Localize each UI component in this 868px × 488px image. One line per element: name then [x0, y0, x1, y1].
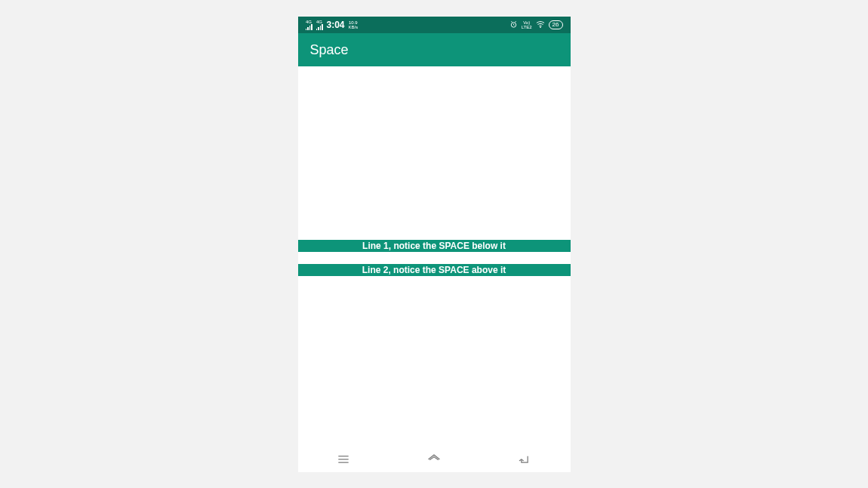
- line-2: Line 2, notice the SPACE above it: [298, 264, 571, 276]
- content-area: Line 1, notice the SPACE below it Line 2…: [298, 66, 571, 447]
- navigation-bar: [298, 447, 571, 472]
- svg-point-1: [540, 27, 540, 28]
- app-title: Space: [310, 42, 349, 58]
- signal-1: 4G: [306, 20, 312, 30]
- recent-apps-button[interactable]: [335, 451, 352, 468]
- battery-level: 26: [553, 21, 559, 28]
- signal-bars-icon: [306, 24, 312, 30]
- data-rate: 10.9 KB/s: [349, 20, 359, 29]
- lte-bottom: LTE2: [522, 25, 532, 29]
- signal-bars-icon: [316, 24, 323, 30]
- phone-frame: 4G 4G 3:04 10.9 KB/s Vo): [298, 17, 571, 472]
- space-between: [298, 252, 571, 264]
- status-right: Vo) LTE2 26: [509, 20, 563, 30]
- status-time: 3:04: [327, 20, 345, 30]
- line-1: Line 1, notice the SPACE below it: [298, 240, 571, 252]
- status-left: 4G 4G 3:04 10.9 KB/s: [306, 20, 359, 30]
- lte-label: Vo) LTE2: [522, 20, 532, 29]
- status-bar: 4G 4G 3:04 10.9 KB/s Vo): [298, 17, 571, 33]
- alarm-icon: [509, 20, 518, 30]
- screen: 4G 4G 3:04 10.9 KB/s Vo): [298, 17, 571, 447]
- signal-2: 4G: [316, 20, 323, 30]
- home-button[interactable]: [426, 451, 442, 468]
- wifi-icon: [536, 20, 545, 29]
- spacer-above: [298, 66, 571, 240]
- rate-unit: KB/s: [349, 25, 359, 29]
- back-button[interactable]: [516, 451, 533, 468]
- app-bar: Space: [298, 33, 571, 66]
- battery-icon: 26: [549, 20, 563, 29]
